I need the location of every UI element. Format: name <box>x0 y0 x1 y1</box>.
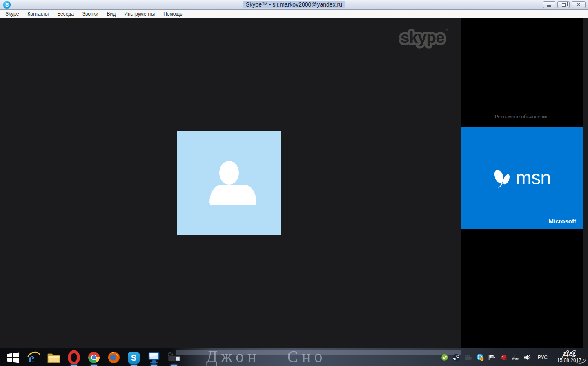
menu-skype[interactable]: Skype <box>5 11 19 17</box>
taskbar-icon-display[interactable] <box>144 348 164 366</box>
green-check-icon[interactable] <box>441 353 449 362</box>
menu-tools[interactable]: Инструменты <box>124 11 155 17</box>
menu-bar: Skype Контакты Беседа Звонки Вид Инструм… <box>0 10 588 18</box>
language-indicator[interactable]: РУС <box>538 355 548 360</box>
action-center-flag-icon[interactable] <box>488 353 496 362</box>
system-tray: ! <box>441 348 588 366</box>
msn-ad-banner[interactable]: msn Microsoft <box>461 127 583 229</box>
svg-text:skype: skype <box>401 29 445 46</box>
minimize-icon <box>547 5 551 7</box>
restore-icon <box>562 3 566 7</box>
network-icon[interactable] <box>512 353 520 362</box>
opera-icon <box>67 350 80 364</box>
taskbar-icon-file-explorer[interactable] <box>44 348 64 366</box>
taskbar-icon-internet-explorer[interactable]: e <box>24 348 44 366</box>
desktop-screen: S Skype™ - sir.markov2000@yandex.ru ✕ Sk… <box>0 0 588 366</box>
close-button[interactable]: ✕ <box>572 1 586 8</box>
taskbar-icon-skype[interactable]: S <box>124 348 144 366</box>
camcorder-icon <box>167 351 181 364</box>
window-controls: ✕ <box>543 1 586 8</box>
svg-text:!: ! <box>481 358 482 361</box>
clock-time: 21:56 <box>553 351 586 357</box>
title-bar[interactable]: S Skype™ - sir.markov2000@yandex.ru ✕ <box>0 0 588 10</box>
internet-explorer-icon: e <box>27 350 41 364</box>
avatar[interactable] <box>177 131 281 235</box>
taskbar-icon-firefox[interactable] <box>104 348 124 366</box>
menu-help[interactable]: Помощь <box>163 11 182 17</box>
microsoft-label: Microsoft <box>549 218 577 225</box>
close-icon: ✕ <box>577 2 580 7</box>
msn-butterfly-icon <box>493 167 512 189</box>
taskbar-icon-chrome[interactable] <box>84 348 104 366</box>
skype-icon: S <box>128 352 140 364</box>
menu-calls[interactable]: Звонки <box>82 11 98 17</box>
minimize-button[interactable] <box>543 1 555 8</box>
avatar-person-head-icon <box>219 161 239 185</box>
clock-date: 15.08.2017 <box>553 357 586 364</box>
skype-app-icon: S <box>3 1 11 9</box>
ad-panel: Рекламное объявление msn Microsoft <box>461 18 583 348</box>
menu-view[interactable]: Вид <box>107 11 116 17</box>
taskbar-apps: e <box>24 348 184 366</box>
firefox-icon <box>107 351 120 364</box>
red-bug-icon[interactable] <box>500 353 508 362</box>
ad-label: Рекламное объявление <box>461 114 583 120</box>
wallpaper-text: Джон Сно <box>206 348 326 366</box>
svg-text:™: ™ <box>444 28 448 33</box>
steam-icon[interactable] <box>452 353 461 362</box>
window-title: Skype™ - sir.markov2000@yandex.ru <box>243 1 345 8</box>
display-monitor-icon <box>147 351 161 364</box>
windows-logo-icon <box>7 352 20 363</box>
taskbar-clock[interactable]: 21:56 15.08.2017 <box>553 351 586 364</box>
skype-watermark-logo: skype skype ™ <box>397 25 450 50</box>
chrome-icon <box>87 351 100 364</box>
msn-logo-text: msn <box>516 166 551 189</box>
taskbar-icon-opera[interactable] <box>64 348 84 366</box>
camcorder-tray-icon[interactable] <box>464 353 472 362</box>
volume-icon[interactable] <box>523 353 532 362</box>
skype-main-area: skype skype ™ Рекламное объявление msn <box>0 18 588 348</box>
file-explorer-icon <box>47 351 61 364</box>
restore-button[interactable] <box>557 1 570 8</box>
menu-contacts[interactable]: Контакты <box>27 11 49 17</box>
menu-conversation[interactable]: Беседа <box>57 11 74 17</box>
taskbar: Джон Сно e <box>0 348 588 366</box>
avatar-person-body-icon <box>209 185 256 205</box>
start-button[interactable] <box>2 348 24 366</box>
blue-orange-badge-icon[interactable]: ! <box>476 353 484 362</box>
taskbar-icon-camcorder[interactable] <box>164 348 184 366</box>
